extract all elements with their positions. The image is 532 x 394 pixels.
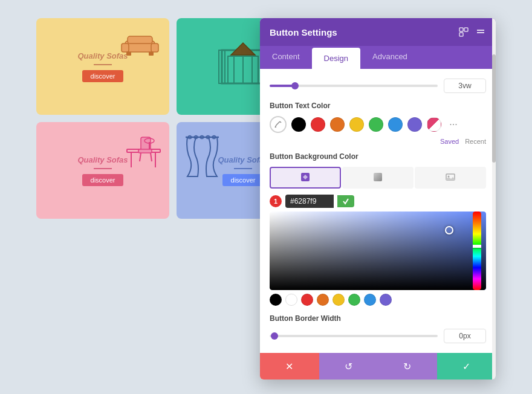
sofa-icon: [120, 30, 160, 60]
badge-1: 1: [270, 195, 282, 207]
border-width-label: Button Border Width: [270, 314, 486, 323]
expand-icon[interactable]: [458, 27, 469, 37]
svg-rect-2: [151, 44, 158, 52]
desk-icon: [124, 131, 163, 182]
svg-line-20: [151, 153, 152, 161]
svg-rect-43: [270, 212, 486, 290]
curtain-icon: [183, 131, 222, 185]
more-swatches-btn[interactable]: ···: [446, 117, 461, 132]
bottom-swatch-orange[interactable]: [317, 294, 329, 306]
svg-rect-31: [459, 33, 463, 36]
swatch-green[interactable]: [369, 117, 383, 132]
tab-content[interactable]: Content: [260, 46, 312, 69]
svg-line-19: [140, 153, 141, 161]
redo-button[interactable]: ↻: [378, 353, 437, 379]
eyedropper-icon[interactable]: [270, 116, 287, 133]
svg-rect-4: [126, 52, 131, 56]
card-yellow-divider: [94, 64, 112, 65]
card-pink-btn[interactable]: discover: [82, 174, 124, 186]
border-slider-row: [270, 329, 486, 343]
modal-header: Button Settings: [260, 18, 496, 46]
bottom-swatch-white[interactable]: [285, 294, 297, 306]
color-picker-container: 1: [270, 195, 486, 306]
solid-icon: [300, 172, 311, 184]
svg-rect-3: [128, 36, 152, 44]
modal-body: Button Text Color ··· Saved R: [260, 69, 496, 353]
svg-marker-11: [231, 43, 255, 55]
bg-option-image[interactable]: [415, 167, 486, 189]
button-settings-modal: Button Settings Content Design Advanced: [260, 18, 496, 379]
tab-design[interactable]: Design: [312, 48, 360, 69]
tab-advanced[interactable]: Advanced: [360, 46, 420, 69]
svg-rect-33: [477, 32, 484, 33]
bottom-swatch-purple[interactable]: [380, 294, 392, 306]
gradient-icon: [372, 172, 383, 184]
swatch-black[interactable]: [291, 117, 306, 132]
hue-handle: [473, 245, 481, 248]
bottom-swatch-black[interactable]: [270, 294, 282, 306]
bottom-swatch-red[interactable]: [301, 294, 313, 306]
hex-input-row: 1: [270, 195, 486, 208]
svg-rect-1: [122, 44, 129, 52]
color-swatches-row: ···: [270, 116, 486, 133]
svg-rect-29: [459, 28, 463, 31]
border-slider-track[interactable]: [270, 335, 438, 337]
svg-rect-39: [374, 173, 382, 181]
btn-text-color-label: Button Text Color: [270, 102, 486, 110]
saved-label: Saved: [440, 138, 459, 145]
text-size-slider-row: [270, 79, 486, 93]
border-slider-thumb[interactable]: [271, 332, 278, 340]
svg-rect-30: [464, 28, 468, 31]
cancel-button[interactable]: ✕: [260, 353, 319, 379]
text-size-slider-track[interactable]: [270, 85, 438, 87]
bg-option-solid[interactable]: [270, 167, 341, 189]
swatch-yellow[interactable]: [349, 117, 364, 132]
border-width-input[interactable]: [444, 329, 486, 343]
card-yellow-btn[interactable]: discover: [82, 70, 124, 82]
bg-color-options: [270, 167, 486, 189]
hue-slider[interactable]: [473, 212, 481, 290]
swatch-red[interactable]: [311, 117, 325, 132]
saved-recent-row: Saved Recent: [270, 138, 486, 145]
collapse-icon[interactable]: [475, 27, 486, 37]
modal-scrollbar[interactable]: [492, 18, 496, 379]
reset-button[interactable]: ↺: [319, 353, 378, 379]
recent-label: Recent: [465, 138, 486, 145]
card-blue-divider: [234, 168, 252, 169]
svg-rect-32: [477, 30, 484, 31]
modal-footer: ✕ ↺ ↻ ✓: [260, 353, 496, 379]
svg-rect-18: [138, 149, 152, 153]
text-size-input[interactable]: [444, 79, 486, 93]
modal-header-icons: [458, 27, 486, 37]
card-blue-discover-btn[interactable]: discover: [222, 174, 264, 186]
btn-bg-color-label: Button Background Color: [270, 152, 486, 161]
modal-title: Button Settings: [270, 27, 337, 37]
svg-rect-5: [149, 52, 154, 56]
card-pink-divider: [94, 168, 112, 169]
bg-option-gradient[interactable]: [342, 167, 414, 189]
swatch-orange[interactable]: [330, 117, 345, 132]
hex-input[interactable]: [285, 195, 334, 208]
card-pink: Quality Sofas discover: [36, 122, 169, 219]
hex-confirm-btn[interactable]: [337, 195, 354, 207]
bottom-swatches-row: [270, 294, 486, 306]
svg-line-35: [276, 121, 280, 125]
image-icon: [445, 172, 456, 184]
bottom-swatch-yellow[interactable]: [332, 294, 345, 306]
text-size-slider-thumb[interactable]: [291, 82, 299, 89]
card-pink-title: Quality Sofas: [77, 155, 128, 164]
modal-tabs: Content Design Advanced: [260, 46, 496, 69]
bottom-swatch-cyan[interactable]: [364, 294, 376, 306]
confirm-button[interactable]: ✓: [437, 353, 496, 379]
modal-scroll-thumb[interactable]: [492, 54, 496, 163]
color-canvas[interactable]: [270, 212, 486, 290]
swatch-blue[interactable]: [388, 117, 403, 132]
card-yellow: Quality Sofas discover: [36, 18, 169, 115]
swatch-purple[interactable]: [407, 117, 422, 132]
bottom-swatch-green[interactable]: [348, 294, 360, 306]
swatch-pink-white[interactable]: [427, 117, 441, 132]
